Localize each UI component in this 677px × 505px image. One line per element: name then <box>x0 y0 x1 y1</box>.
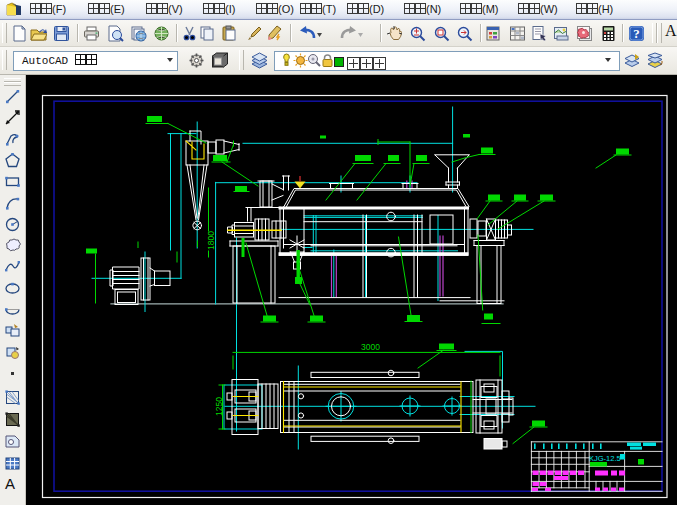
svg-text:1800: 1800 <box>206 231 216 250</box>
svg-text:KJG-12.5: KJG-12.5 <box>589 454 621 463</box>
svg-text:1250: 1250 <box>214 397 224 416</box>
svg-text:?: ? <box>633 26 640 41</box>
svg-text:3000: 3000 <box>361 342 380 352</box>
